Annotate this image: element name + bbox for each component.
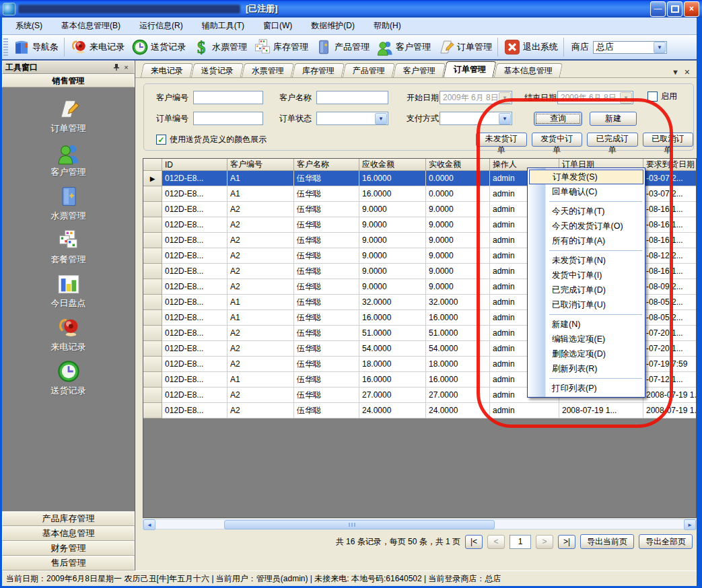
toolbar-delivery-records-button[interactable]: 送货记录 <box>128 37 189 57</box>
pin-icon[interactable] <box>111 63 121 72</box>
sidebar-item-order-mgmt[interactable]: 订单管理 <box>2 97 135 135</box>
maximize-button[interactable] <box>667 1 682 17</box>
color-checkbox[interactable]: ✓ <box>156 135 166 145</box>
scrollbar-thumb[interactable] <box>224 520 495 529</box>
close-button[interactable]: × <box>684 1 699 17</box>
scroll-right-icon[interactable]: ► <box>684 519 696 530</box>
col-received[interactable]: 实收金额 <box>426 159 490 171</box>
export-current-page-button[interactable]: 导出当前页 <box>580 534 634 549</box>
toolbar-exit-button[interactable]: 退出系统 <box>500 37 561 57</box>
context-menu-item[interactable] <box>549 250 642 251</box>
context-menu-item[interactable]: 所有的订单(A) <box>529 233 643 248</box>
context-menu-item[interactable] <box>549 378 642 379</box>
status-filter-button[interactable]: 已完成订单 <box>587 133 638 147</box>
tab[interactable]: 产品管理 <box>343 63 395 77</box>
chevron-down-icon[interactable]: ▼ <box>375 113 387 124</box>
menu-item[interactable]: 运行信息(R) <box>130 17 192 34</box>
sidebar-group-bar[interactable]: 产品库存管理 <box>2 511 135 526</box>
toolbar-grip[interactable] <box>3 38 8 56</box>
tab[interactable]: 库存管理 <box>292 63 345 77</box>
sidebar-group-sales[interactable]: 销售管理 <box>2 74 135 87</box>
context-menu-item[interactable]: 已取消订单(U) <box>529 297 643 312</box>
context-menu-item[interactable]: 未发货订单(N) <box>529 253 643 268</box>
status-filter-button[interactable]: 发货中订单 <box>532 133 583 147</box>
tab[interactable]: 基本信息管理 <box>494 63 563 77</box>
new-button[interactable]: 新建 <box>590 112 637 126</box>
query-button[interactable]: 查询 <box>534 112 582 126</box>
color-display-checkbox-row[interactable]: ✓ 使用送货员定义的颜色展示 <box>156 134 267 145</box>
context-menu-item[interactable]: 发货中订单(I) <box>529 268 643 283</box>
end-date-picker[interactable]: 2009年 6月 8日 ▼ <box>557 91 633 104</box>
close-icon[interactable]: × <box>121 63 131 72</box>
menu-item[interactable]: 系统(S) <box>6 17 52 34</box>
menu-item[interactable]: 帮助(H) <box>364 17 411 34</box>
toolbar-product-button[interactable]: 产品管理 <box>312 37 373 57</box>
tab[interactable]: 来电记录 <box>141 63 193 77</box>
sidebar-item-water-ticket-mgmt[interactable]: 水票管理 <box>2 184 135 222</box>
tab-list-dropdown-icon[interactable]: ▼ <box>672 68 679 76</box>
horizontal-scrollbar[interactable]: ◄ ► <box>143 519 697 529</box>
col-customer-no[interactable]: 客户编号 <box>227 159 294 171</box>
sidebar-item-customer-mgmt[interactable]: 客户管理 <box>2 141 135 178</box>
tab[interactable]: 客户管理 <box>393 63 446 77</box>
context-menu-item[interactable] <box>549 314 642 315</box>
customer-name-input[interactable] <box>316 91 388 104</box>
pay-method-select[interactable]: ▼ <box>440 112 512 125</box>
scroll-left-icon[interactable]: ◄ <box>143 519 155 530</box>
context-menu-item[interactable]: 已完成订单(D) <box>529 283 643 297</box>
col-receivable[interactable]: 应收金额 <box>359 159 426 171</box>
chevron-down-icon[interactable]: ▼ <box>654 42 666 53</box>
sidebar-item-package-mgmt[interactable]: 套餐管理 <box>2 228 135 266</box>
context-menu-item[interactable]: 回单确认(C) <box>529 184 643 199</box>
context-menu-item[interactable]: 打印列表(P) <box>529 381 643 396</box>
first-page-button[interactable]: |< <box>465 535 483 549</box>
toolbar-customer-button[interactable]: 客户管理 <box>373 37 434 57</box>
menu-item[interactable]: 基本信息管理(B) <box>52 17 130 34</box>
col-customer-name[interactable]: 客户名称 <box>294 159 359 171</box>
tab-close-icon[interactable]: × <box>685 67 690 77</box>
prev-page-button[interactable]: < <box>487 535 505 549</box>
toolbar-water-ticket-button[interactable]: $ 水票管理 <box>189 37 250 57</box>
toolbar-call-records-button[interactable]: 来电记录 <box>67 37 128 57</box>
col-id[interactable]: ID <box>162 159 227 171</box>
context-menu-item[interactable] <box>549 201 642 202</box>
context-menu-item[interactable]: 编辑选定项(E) <box>529 332 643 346</box>
sidebar-item-delivery-records[interactable]: 送货记录 <box>2 359 135 397</box>
shop-select[interactable]: 总店 ▼ <box>593 41 667 54</box>
context-menu-item[interactable]: 刷新列表(R) <box>529 361 643 376</box>
minimize-button[interactable]: — <box>650 1 666 17</box>
table-row[interactable]: 012D-E8... A2 伍华聪 24.0000 24.0000 admin … <box>143 403 697 418</box>
status-filter-button[interactable]: 已取消订单 <box>643 133 694 147</box>
tab[interactable]: 送货记录 <box>191 63 244 77</box>
toolbar-inventory-button[interactable]: 库存管理 <box>250 37 312 57</box>
order-status-select[interactable]: ▼ <box>316 112 388 125</box>
page-number-input[interactable] <box>510 535 531 549</box>
col-required-date[interactable]: 要求到货日期 <box>643 159 697 171</box>
tab[interactable]: 订单管理 <box>443 61 496 77</box>
context-menu-item[interactable]: 今天的订单(T) <box>529 204 643 219</box>
context-menu-item[interactable]: 新建(N) <box>529 317 643 332</box>
sidebar-item-call-records[interactable]: 来电记录 <box>2 316 135 353</box>
context-menu-item[interactable]: 今天的发货订单(O) <box>529 219 643 233</box>
sidebar-item-today-stocktake[interactable]: 今日盘点 <box>2 272 135 309</box>
context-menu-item[interactable]: 删除选定项(D) <box>529 346 643 361</box>
context-menu-item[interactable]: 订单发货(S) <box>529 170 643 184</box>
order-no-input[interactable] <box>193 112 263 125</box>
enable-checkbox[interactable] <box>647 91 658 102</box>
sidebar-group-bar[interactable]: 基本信息管理 <box>2 526 135 541</box>
enable-date-filter[interactable]: 启用 <box>647 91 677 102</box>
menu-item[interactable]: 窗口(W) <box>254 17 302 34</box>
export-all-pages-button[interactable]: 导出全部页 <box>639 534 693 549</box>
sidebar-group-bar[interactable]: 售后管理 <box>2 556 135 571</box>
customer-no-input[interactable] <box>193 91 263 104</box>
status-filter-button[interactable]: 未发货订单 <box>476 133 527 147</box>
toolbar-navigator-button[interactable]: 导航条 <box>9 37 62 57</box>
toolbar-order-button[interactable]: 订单管理 <box>434 37 495 57</box>
start-date-picker[interactable]: 2009年 6月 8日 ▼ <box>440 91 512 104</box>
next-page-button[interactable]: > <box>536 535 553 549</box>
menu-item[interactable]: 数据维护(D) <box>302 17 364 34</box>
tab[interactable]: 水票管理 <box>242 63 294 77</box>
sidebar-group-bar[interactable]: 财务管理 <box>2 541 135 556</box>
chevron-down-icon[interactable]: ▼ <box>499 113 511 124</box>
last-page-button[interactable]: >| <box>558 535 575 549</box>
